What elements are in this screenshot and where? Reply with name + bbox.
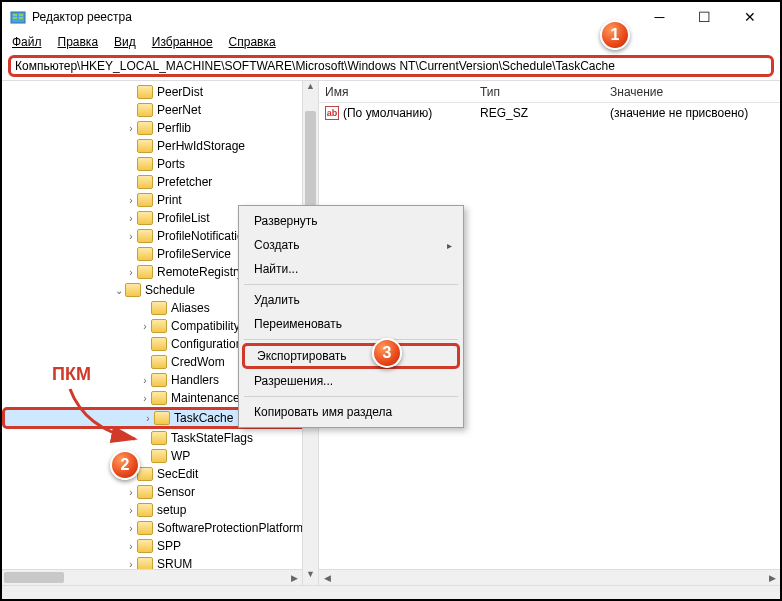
scroll-right-icon[interactable]: ▶: [764, 570, 780, 585]
folder-icon: [151, 431, 167, 445]
tree-scrollbar-horizontal[interactable]: ◀ ▶: [2, 569, 302, 585]
menu-copykey[interactable]: Копировать имя раздела: [242, 400, 460, 424]
annotation-badge-2: 2: [110, 450, 140, 480]
tree-item-label: WP: [171, 449, 190, 463]
scroll-down-icon[interactable]: ▼: [303, 569, 318, 585]
annotation-badge-3: 3: [372, 338, 402, 368]
menu-permissions[interactable]: Разрешения...: [242, 369, 460, 393]
tree-item[interactable]: ›Sensor: [2, 483, 318, 501]
tree-item[interactable]: ›Perflib: [2, 119, 318, 137]
minimize-button[interactable]: ─: [637, 2, 682, 32]
tree-item-label: PeerDist: [157, 85, 203, 99]
folder-icon: [151, 301, 167, 315]
tree-item[interactable]: Prefetcher: [2, 173, 318, 191]
folder-icon: [151, 319, 167, 333]
tree-item[interactable]: WP: [2, 447, 318, 465]
menu-export[interactable]: Экспортировать: [242, 343, 460, 369]
folder-icon: [137, 485, 153, 499]
folder-icon: [151, 391, 167, 405]
col-type[interactable]: Тип: [474, 85, 604, 99]
tree-item-label: setup: [157, 503, 186, 517]
tree-item-label: Sensor: [157, 485, 195, 499]
svg-rect-2: [13, 17, 17, 19]
tree-item-label: Handlers: [171, 373, 219, 387]
tree-item-label: TaskCache: [174, 411, 233, 425]
expander-icon[interactable]: ›: [125, 123, 137, 134]
scroll-thumb-h[interactable]: [4, 572, 64, 583]
folder-icon: [137, 211, 153, 225]
tree-item-label: Aliases: [171, 301, 210, 315]
expander-icon[interactable]: ›: [139, 321, 151, 332]
menu-file[interactable]: Файл: [6, 33, 48, 51]
expander-icon[interactable]: ›: [125, 213, 137, 224]
expander-icon[interactable]: ›: [125, 523, 137, 534]
value-data: (значение не присвоено): [604, 106, 780, 120]
col-name[interactable]: Имя: [319, 85, 474, 99]
expander-icon[interactable]: ›: [125, 541, 137, 552]
expander-icon[interactable]: ›: [125, 505, 137, 516]
menu-favorites[interactable]: Избранное: [146, 33, 219, 51]
tree-item-label: PerHwIdStorage: [157, 139, 245, 153]
menu-edit[interactable]: Правка: [52, 33, 105, 51]
folder-icon: [125, 283, 141, 297]
tree-item[interactable]: PeerDist: [2, 83, 318, 101]
expander-icon[interactable]: ›: [125, 487, 137, 498]
folder-icon: [137, 121, 153, 135]
folder-icon: [137, 85, 153, 99]
folder-icon: [137, 193, 153, 207]
scroll-left-icon[interactable]: ◀: [319, 570, 335, 585]
expander-icon[interactable]: ⌄: [113, 285, 125, 296]
tree-item-label: Prefetcher: [157, 175, 212, 189]
folder-icon: [137, 139, 153, 153]
address-bar[interactable]: Компьютер\HKEY_LOCAL_MACHINE\SOFTWARE\Mi…: [8, 55, 774, 77]
menu-create[interactable]: Создать: [242, 233, 460, 257]
close-button[interactable]: ✕: [727, 2, 772, 32]
maximize-button[interactable]: ☐: [682, 2, 727, 32]
col-value[interactable]: Значение: [604, 85, 780, 99]
tree-item[interactable]: PerHwIdStorage: [2, 137, 318, 155]
tree-item-label: ProfileList: [157, 211, 210, 225]
tree-item[interactable]: ›setup: [2, 501, 318, 519]
scroll-up-icon[interactable]: ▲: [303, 81, 318, 97]
tree-item[interactable]: ›SecEdit: [2, 465, 318, 483]
tree-item-label: Schedule: [145, 283, 195, 297]
svg-rect-4: [19, 17, 23, 19]
tree-item-label: SecEdit: [157, 467, 198, 481]
annotation-pkm-label: ПКМ: [52, 364, 91, 385]
menu-view[interactable]: Вид: [108, 33, 142, 51]
menu-separator: [244, 396, 458, 397]
tree-item-label: RemoteRegistry: [157, 265, 243, 279]
menu-separator: [244, 339, 458, 340]
menu-delete[interactable]: Удалить: [242, 288, 460, 312]
tree-item-label: Print: [157, 193, 182, 207]
tree-item[interactable]: Ports: [2, 155, 318, 173]
tree-item[interactable]: ›SPP: [2, 537, 318, 555]
folder-icon: [137, 503, 153, 517]
folder-icon: [137, 539, 153, 553]
menu-rename[interactable]: Переименовать: [242, 312, 460, 336]
expander-icon[interactable]: ›: [125, 559, 137, 570]
address-path: Компьютер\HKEY_LOCAL_MACHINE\SOFTWARE\Mi…: [15, 59, 615, 73]
folder-icon: [151, 355, 167, 369]
menu-expand[interactable]: Развернуть: [242, 209, 460, 233]
expander-icon[interactable]: ›: [125, 267, 137, 278]
tree-item[interactable]: ›SoftwareProtectionPlatform: [2, 519, 318, 537]
expander-icon[interactable]: ›: [125, 195, 137, 206]
folder-icon: [137, 103, 153, 117]
folder-icon: [151, 449, 167, 463]
folder-icon: [137, 175, 153, 189]
tree-item[interactable]: PeerNet: [2, 101, 318, 119]
tree-item-label: Ports: [157, 157, 185, 171]
menu-find[interactable]: Найти...: [242, 257, 460, 281]
menu-help[interactable]: Справка: [223, 33, 282, 51]
scroll-right-icon[interactable]: ▶: [286, 570, 302, 585]
tree-item-label: CredWom: [171, 355, 225, 369]
expander-icon[interactable]: ›: [125, 231, 137, 242]
svg-rect-3: [19, 14, 23, 16]
list-header: Имя Тип Значение: [319, 81, 780, 103]
tree-item[interactable]: TaskStateFlags: [2, 429, 318, 447]
statusbar: [2, 585, 780, 599]
annotation-badge-1: 1: [600, 20, 630, 50]
list-scrollbar-horizontal[interactable]: ◀ ▶: [319, 569, 780, 585]
list-row[interactable]: ab (По умолчанию) REG_SZ (значение не пр…: [319, 103, 780, 123]
